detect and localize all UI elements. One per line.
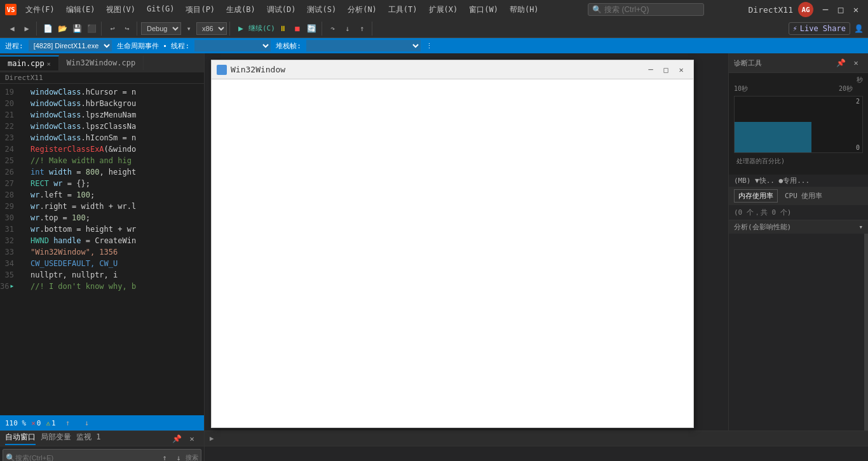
win32-minimize-button[interactable]: ─ bbox=[644, 63, 658, 77]
step-over-button[interactable]: ↷ bbox=[326, 22, 340, 36]
right-scrollbar[interactable] bbox=[864, 234, 868, 431]
win32-controls: ─ □ ✕ bbox=[644, 63, 688, 77]
auto-pin-button[interactable]: 📌 bbox=[170, 432, 184, 446]
toolbar-group-run: ▶ 继续(C) ⏸ ■ 🔄 bbox=[231, 22, 322, 36]
right-panel-controls: 📌 ✕ bbox=[834, 56, 863, 70]
line-numbers: 19 20 21 22 23 24 25 26 27 28 29 30 31 3… bbox=[0, 84, 19, 415]
win32-title-text: Win32Window bbox=[231, 65, 285, 74]
tab-auto[interactable]: 自动窗口 bbox=[5, 432, 36, 445]
search-up-button[interactable]: ↑ bbox=[158, 451, 172, 461]
auto-close-button[interactable]: ✕ bbox=[185, 432, 199, 446]
tab-main-cpp[interactable]: main.cpp ✕ bbox=[0, 55, 59, 70]
code-line-19: windowClass.hCursor = n bbox=[31, 86, 199, 98]
redo-button[interactable]: ↪ bbox=[120, 22, 134, 36]
profiling-section[interactable]: 分析(会影响性能) ▾ bbox=[729, 220, 868, 234]
menu-edit[interactable]: 编辑(E) bbox=[61, 3, 100, 17]
main-layout: main.cpp ✕ Win32Window.cpp DirectX11 19 … bbox=[0, 53, 868, 431]
search-down-button[interactable]: ↓ bbox=[172, 451, 186, 461]
line-num-28: 28 bbox=[0, 189, 17, 201]
auto-panel-header: 自动窗口 局部变量 监视 1 📌 ✕ bbox=[0, 431, 204, 446]
menu-help[interactable]: 帮助(H) bbox=[505, 3, 544, 17]
chart-y-min: 0 bbox=[856, 144, 860, 151]
win32-close-button[interactable]: ✕ bbox=[674, 63, 688, 77]
zoom-level[interactable]: 110 % bbox=[5, 419, 26, 427]
menu-test[interactable]: 测试(S) bbox=[302, 3, 341, 17]
perf-tab-memory[interactable]: 内存使用率 bbox=[734, 189, 778, 203]
debug-config-dropdown[interactable]: ▾ bbox=[182, 22, 196, 36]
warning-badge: ⚠ 1 bbox=[46, 419, 55, 427]
editor-status-bar: 110 % ✕ 0 ⚠ 1 ↑ ↓ bbox=[0, 415, 204, 431]
menu-analyze[interactable]: 分析(N) bbox=[342, 3, 382, 17]
win32-app-icon bbox=[217, 65, 227, 75]
error-count: 0 bbox=[37, 419, 41, 427]
continue-button[interactable]: ▶ bbox=[234, 22, 248, 36]
open-file-button[interactable]: 📂 bbox=[55, 22, 69, 36]
save-all-button[interactable]: ⬛ bbox=[85, 22, 98, 36]
callstack-select[interactable] bbox=[306, 40, 421, 51]
callstack-expand[interactable]: ⋮ bbox=[426, 42, 433, 50]
debug-config-select[interactable]: Debug bbox=[141, 22, 181, 35]
menu-build[interactable]: 生成(B) bbox=[221, 3, 261, 17]
search-options[interactable]: 搜索 bbox=[186, 453, 198, 461]
scroll-up-button[interactable]: ↑ bbox=[61, 416, 75, 430]
tab-watch[interactable]: 监视 1 bbox=[76, 432, 100, 445]
diag-close-button[interactable]: ✕ bbox=[849, 56, 863, 70]
error-icon: ✕ bbox=[31, 419, 36, 427]
step-out-button[interactable]: ↑ bbox=[355, 22, 369, 36]
bottom-tabs: 自动窗口 局部变量 监视 1 bbox=[5, 432, 100, 445]
title-bar: VS 文件(F) 编辑(E) 视图(V) Git(G) 项目(P) 生成(B) … bbox=[0, 0, 868, 19]
tab-win32window-cpp[interactable]: Win32Window.cpp bbox=[59, 56, 144, 70]
perf-tab-cpu[interactable]: CPU 使用率 bbox=[780, 189, 827, 203]
search-input[interactable] bbox=[604, 5, 700, 14]
menu-window[interactable]: 窗口(W) bbox=[464, 3, 503, 17]
step-into-button[interactable]: ↓ bbox=[341, 22, 355, 36]
tab-local[interactable]: 局部变量 bbox=[41, 432, 71, 445]
thread-select[interactable] bbox=[194, 40, 271, 51]
restart-button[interactable]: 🔄 bbox=[305, 22, 319, 36]
auto-search-box[interactable]: 🔍 ↑ ↓ 搜索 bbox=[3, 449, 201, 461]
toolbar-group-debug-config: Debug ▾ x86 bbox=[139, 22, 230, 36]
menu-git[interactable]: Git(G) bbox=[142, 3, 179, 17]
code-lines[interactable]: windowClass.hCursor = n windowClass.hbrB… bbox=[25, 84, 204, 415]
diag-pin-button[interactable]: 📌 bbox=[834, 56, 848, 70]
auto-search-input[interactable] bbox=[15, 454, 158, 461]
bottom-panels: 自动窗口 局部变量 监视 1 📌 ✕ 🔍 ↑ ↓ 搜索 名称 值 bbox=[0, 431, 868, 461]
maximize-button[interactable]: □ bbox=[834, 3, 848, 17]
scroll-down-button[interactable]: ↓ bbox=[80, 416, 94, 430]
settings-button[interactable]: 👤 bbox=[851, 22, 865, 36]
process-select[interactable]: [4828] DirectX11.exe bbox=[29, 40, 112, 51]
line-num-31: 31 bbox=[0, 224, 17, 235]
save-button[interactable]: 💾 bbox=[70, 22, 84, 36]
minimize-button[interactable]: ─ bbox=[818, 3, 832, 17]
auto-panel: 自动窗口 局部变量 监视 1 📌 ✕ 🔍 ↑ ↓ 搜索 名称 值 bbox=[0, 431, 205, 461]
menu-extensions[interactable]: 扩展(X) bbox=[424, 3, 463, 17]
line-num-23: 23 bbox=[0, 132, 17, 144]
menu-tools[interactable]: 工具(T) bbox=[383, 3, 423, 17]
code-line-21: windowClass.lpszMenuNam bbox=[31, 109, 199, 121]
call-panel-title: ▶ bbox=[210, 434, 214, 443]
diagnostics-title: 诊断工具 bbox=[734, 58, 762, 68]
platform-select[interactable]: x86 bbox=[196, 22, 227, 35]
code-line-22: windowClass.lpszClassNa bbox=[31, 121, 199, 132]
line-num-35: 35 bbox=[0, 269, 17, 281]
right-panel-content bbox=[729, 234, 868, 431]
new-file-button[interactable]: 📄 bbox=[41, 22, 55, 36]
call-panel-header: ▶ bbox=[205, 431, 868, 446]
menu-view[interactable]: 视图(V) bbox=[101, 3, 140, 17]
search-box[interactable]: 🔍 bbox=[588, 3, 704, 16]
code-line-27: RECT wr = {}; bbox=[31, 178, 199, 189]
line-num-24: 24 bbox=[0, 144, 17, 155]
menu-debug[interactable]: 调试(D) bbox=[262, 3, 301, 17]
stop-button[interactable]: ■ bbox=[290, 22, 304, 36]
pause-button[interactable]: ⏸ bbox=[276, 22, 290, 36]
close-button[interactable]: ✕ bbox=[849, 3, 863, 17]
continue-label: 继续(C) bbox=[248, 23, 275, 33]
undo-button[interactable]: ↩ bbox=[105, 22, 119, 36]
menu-file[interactable]: 文件(F) bbox=[20, 3, 60, 17]
forward-button[interactable]: ▶ bbox=[20, 22, 34, 36]
menu-project[interactable]: 项目(P) bbox=[180, 3, 220, 17]
tab-main-cpp-close[interactable]: ✕ bbox=[47, 60, 51, 67]
back-button[interactable]: ◀ bbox=[5, 22, 19, 36]
live-share-button[interactable]: ⚡ Live Share bbox=[789, 22, 850, 35]
win32-maximize-button[interactable]: □ bbox=[659, 63, 673, 77]
